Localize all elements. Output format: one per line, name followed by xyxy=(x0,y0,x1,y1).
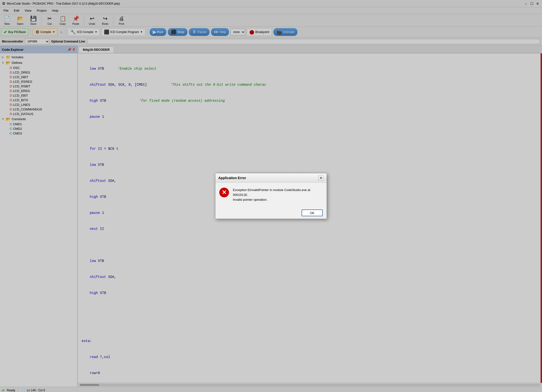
modal-message-line3: Invalid pointer operation. xyxy=(233,198,267,201)
modal-body: ✕ Exception EInvalidPointer in module Co… xyxy=(215,183,327,207)
error-icon-symbol: ✕ xyxy=(222,189,227,196)
modal-title-bar: Application Error ✕ xyxy=(215,173,327,183)
modal-footer: OK xyxy=(215,207,327,219)
modal-title: Application Error xyxy=(218,176,246,180)
modal-message-line1: Exception EInvalidPointer in module Code… xyxy=(233,188,310,192)
modal-message-line2: 0001911E. xyxy=(233,193,248,197)
modal-dialog: Application Error ✕ ✕ Exception EInvalid… xyxy=(215,173,327,219)
modal-message: Exception EInvalidPointer in module Code… xyxy=(233,188,310,202)
ok-label: OK xyxy=(310,211,314,215)
modal-close-button[interactable]: ✕ xyxy=(318,175,324,181)
error-icon: ✕ xyxy=(219,188,229,197)
modal-overlay: Application Error ✕ ✕ Exception EInvalid… xyxy=(0,0,542,392)
ok-button[interactable]: OK xyxy=(302,209,323,216)
